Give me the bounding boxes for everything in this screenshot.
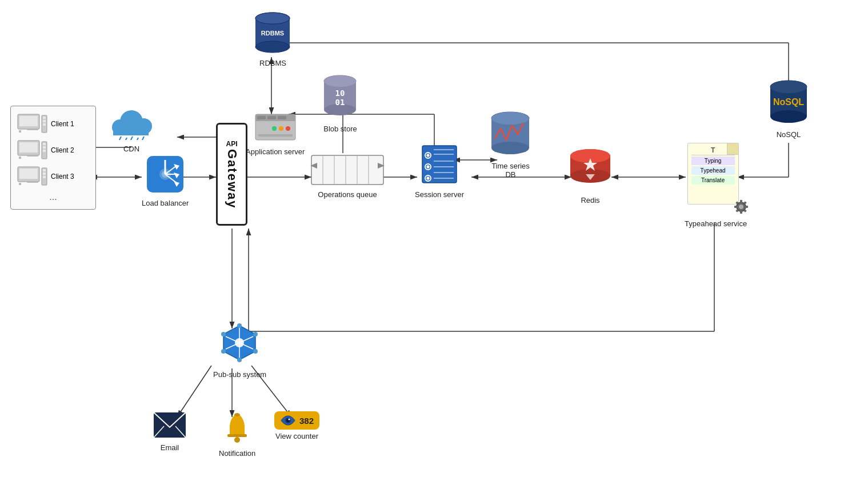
svg-point-30 (255, 13, 290, 24)
svg-point-47 (279, 126, 283, 131)
notification-node: Notification (219, 410, 255, 458)
svg-rect-153 (43, 169, 46, 171)
rdbms-node: RDBMS RDBMS (254, 11, 291, 67)
redis-label: Redis (581, 196, 599, 205)
svg-rect-146 (43, 146, 46, 149)
load-balancer-node: Load balancer (142, 154, 189, 207)
session-server-node: Session server (415, 143, 464, 199)
svg-point-100 (739, 205, 743, 209)
svg-point-87 (491, 112, 529, 125)
svg-rect-101 (740, 200, 742, 203)
svg-rect-133 (19, 116, 38, 126)
session-server-label: Session server (415, 190, 464, 199)
svg-point-116 (221, 332, 226, 336)
svg-rect-147 (43, 150, 46, 152)
svg-point-48 (272, 126, 277, 131)
svg-line-38 (130, 137, 133, 140)
client3-label: Client 3 (51, 173, 74, 181)
client2-item: Client 2 (17, 139, 90, 161)
view-counter-node: 382 View counter (274, 411, 319, 440)
svg-text:01: 01 (335, 98, 345, 107)
typeahead-service-node: T Typing Typehead Translate (685, 143, 747, 228)
client1-label: Client 1 (51, 120, 74, 128)
clients-box: Client 1 Client 2 (10, 106, 96, 210)
svg-rect-126 (227, 434, 247, 437)
svg-point-111 (237, 323, 242, 328)
pubsub-node: Pub-sub system (213, 323, 266, 379)
svg-rect-44 (267, 116, 276, 119)
svg-rect-49 (258, 134, 293, 137)
svg-rect-137 (43, 117, 46, 119)
pubsub-icon (218, 323, 261, 368)
svg-point-131 (289, 419, 290, 420)
notification-icon (223, 410, 251, 447)
app-server-node: Application server (246, 111, 305, 156)
svg-rect-142 (19, 157, 21, 159)
svg-rect-35 (113, 126, 149, 135)
view-count-badge: 382 (299, 416, 314, 426)
api-gateway-node: API Gateway (216, 123, 247, 226)
time-series-db-label: Time series DB (491, 162, 530, 179)
cdn-label: CDN (123, 145, 139, 153)
ops-queue-label: Operations queue (318, 190, 377, 199)
session-server-icon (419, 143, 459, 188)
svg-rect-45 (278, 116, 286, 119)
client1-item: Client 1 (17, 113, 90, 135)
svg-rect-154 (43, 173, 46, 175)
svg-line-37 (125, 138, 127, 140)
client2-label: Client 2 (51, 146, 74, 154)
svg-text:NoSQL: NoSQL (773, 97, 804, 107)
redis-node: Redis (567, 146, 613, 205)
svg-rect-43 (257, 116, 266, 119)
rdbms-icon: RDBMS (254, 11, 291, 57)
svg-rect-151 (27, 182, 38, 183)
blob-store-icon: 10 01 (322, 74, 359, 122)
svg-line-36 (119, 137, 121, 140)
typeahead-item-2: Typehead (691, 166, 735, 175)
svg-point-59 (162, 171, 169, 178)
svg-point-112 (253, 332, 258, 336)
svg-rect-143 (27, 155, 38, 157)
svg-point-91 (770, 81, 807, 93)
typeahead-service-label: Typeahead service (685, 219, 747, 228)
svg-rect-104 (745, 206, 748, 208)
ops-queue-node: Operations queue (310, 154, 385, 199)
gear-icon (733, 199, 749, 217)
blob-store-label: Blob store (323, 125, 357, 133)
blob-store-node: 10 01 Blob store (322, 74, 359, 133)
svg-rect-139 (43, 123, 46, 126)
svg-point-29 (255, 41, 290, 53)
typeahead-item-3: Translate (691, 176, 735, 185)
svg-rect-155 (43, 176, 46, 178)
api-gateway-text-main: Gateway (223, 149, 240, 209)
svg-text:RDBMS: RDBMS (261, 30, 284, 37)
svg-rect-102 (740, 211, 742, 214)
email-node: Email (153, 411, 187, 452)
api-gateway-icon: API Gateway (216, 123, 247, 226)
load-balancer-icon (145, 154, 185, 197)
svg-point-127 (234, 437, 240, 443)
svg-point-113 (253, 349, 258, 354)
svg-rect-135 (27, 129, 38, 130)
svg-line-39 (136, 138, 138, 140)
cdn-icon (109, 106, 154, 142)
typeahead-item-1: Typing (691, 157, 735, 165)
redis-icon (567, 146, 613, 194)
email-label: Email (161, 443, 179, 452)
load-balancer-label: Load balancer (142, 199, 189, 207)
svg-line-40 (142, 137, 144, 140)
svg-rect-134 (19, 130, 21, 133)
svg-point-128 (234, 413, 240, 416)
svg-rect-150 (19, 183, 21, 185)
nosql-icon: NoSQL (769, 80, 809, 128)
svg-point-90 (770, 110, 807, 123)
client3-item: Client 3 (17, 166, 90, 187)
svg-line-24 (177, 366, 211, 417)
app-server-icon (253, 111, 298, 145)
svg-rect-141 (19, 142, 38, 153)
time-series-db-node: Time series DB (489, 111, 532, 179)
email-icon (153, 411, 187, 441)
api-gateway-text-top: API (223, 140, 240, 149)
svg-point-63 (324, 75, 356, 87)
time-series-db-icon (489, 111, 532, 159)
